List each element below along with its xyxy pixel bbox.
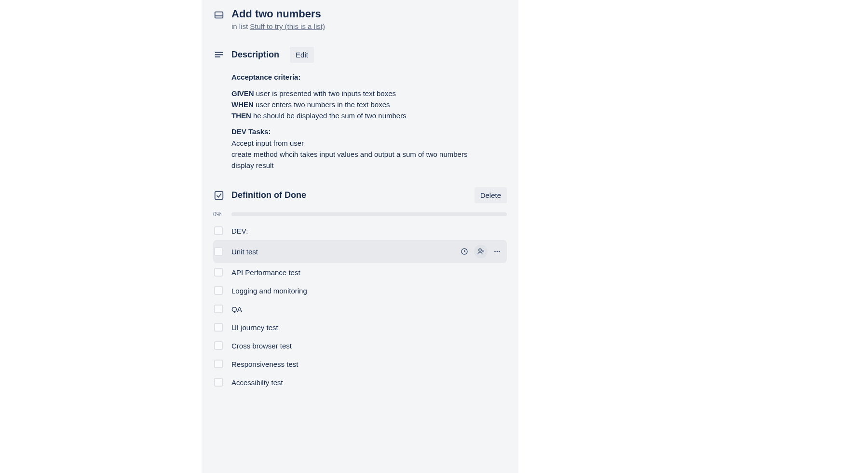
- checklist-heading: Definition of Done: [231, 190, 306, 200]
- progress-percent: 0%: [213, 211, 224, 218]
- description-heading: Description: [231, 50, 279, 60]
- checklist-item[interactable]: QA: [213, 300, 507, 318]
- checklist-item-label[interactable]: DEV:: [231, 227, 504, 235]
- progress-bar: [231, 212, 507, 216]
- checklist-checkbox[interactable]: [214, 268, 223, 277]
- svg-rect-4: [215, 56, 220, 57]
- checklist-header: Definition of Done Delete: [213, 187, 507, 203]
- svg-rect-5: [215, 192, 223, 200]
- card-icon: [213, 8, 225, 20]
- acceptance-criteria-text: GIVEN user is presented with two inputs …: [231, 88, 507, 122]
- checklist-checkbox[interactable]: [214, 360, 223, 368]
- in-list-row: in list Stuff to try (this is a list): [231, 22, 325, 30]
- checkbox-icon: [213, 190, 225, 201]
- checklist-checkbox[interactable]: [214, 286, 223, 295]
- checklist-item[interactable]: Responsiveness test: [213, 355, 507, 373]
- delete-checklist-button[interactable]: Delete: [475, 187, 507, 203]
- checklist-item-label[interactable]: Logging and monitoring: [231, 287, 504, 295]
- description-header: Description Edit: [213, 47, 507, 63]
- checklist-item[interactable]: Accessibilty test: [213, 373, 507, 391]
- acceptance-criteria-label: Acceptance criteria:: [231, 73, 300, 81]
- svg-point-7: [479, 249, 481, 251]
- card-panel: Add two numbers in list Stuff to try (th…: [202, 0, 518, 473]
- checklist-checkbox[interactable]: [214, 247, 223, 256]
- checklist-item[interactable]: Logging and monitoring: [213, 281, 507, 300]
- svg-rect-3: [215, 54, 223, 55]
- card-title[interactable]: Add two numbers: [231, 8, 325, 20]
- checklist-item[interactable]: UI journey test: [213, 318, 507, 336]
- checklist-item[interactable]: Unit test: [213, 240, 507, 263]
- svg-rect-2: [215, 52, 223, 53]
- checklist-checkbox[interactable]: [214, 226, 223, 235]
- in-list-prefix: in list: [231, 22, 250, 30]
- checklist-item-label[interactable]: Cross browser test: [231, 342, 504, 350]
- checklist-progress: 0%: [213, 211, 507, 218]
- due-date-button[interactable]: [458, 245, 471, 258]
- edit-description-button[interactable]: Edit: [290, 47, 314, 63]
- checklist-checkbox[interactable]: [214, 378, 223, 387]
- card-header: Add two numbers in list Stuff to try (th…: [213, 6, 507, 30]
- list-name-link[interactable]: Stuff to try (this is a list): [250, 22, 325, 30]
- assign-person-icon: [476, 247, 485, 256]
- checklist-item-label[interactable]: Responsiveness test: [231, 360, 504, 368]
- checklist-checkbox[interactable]: [214, 323, 223, 332]
- checklist-item-label[interactable]: Accessibilty test: [231, 378, 504, 387]
- description-body[interactable]: Acceptance criteria: GIVEN user is prese…: [231, 71, 507, 171]
- more-options-button[interactable]: [490, 245, 504, 258]
- checklist-item[interactable]: API Performance test: [213, 263, 507, 281]
- checklist-item-label[interactable]: API Performance test: [231, 268, 504, 277]
- checklist-checkbox[interactable]: [214, 305, 223, 313]
- description-section: Description Edit Acceptance criteria: GI…: [213, 47, 507, 171]
- more-horizontal-icon: [493, 247, 502, 256]
- checklist-item-label[interactable]: Unit test: [231, 248, 449, 256]
- dev-tasks-text: DEV Tasks: Accept input from user create…: [231, 126, 507, 171]
- checklist-section: Definition of Done Delete 0% DEV:Unit te…: [213, 187, 507, 391]
- svg-rect-0: [215, 12, 223, 18]
- svg-point-12: [499, 251, 500, 252]
- svg-point-11: [497, 251, 498, 252]
- checklist-item[interactable]: DEV:: [213, 222, 507, 240]
- clock-icon: [460, 247, 469, 256]
- checklist-checkbox[interactable]: [214, 341, 223, 350]
- checklist-item-label[interactable]: UI journey test: [231, 323, 504, 332]
- checklist-items: DEV:Unit testAPI Performance testLogging…: [213, 222, 507, 391]
- description-lines-icon: [213, 50, 225, 60]
- svg-point-10: [494, 251, 496, 252]
- checklist-item-actions: [458, 245, 504, 258]
- checklist-item-label[interactable]: QA: [231, 305, 504, 313]
- checklist-item[interactable]: Cross browser test: [213, 336, 507, 355]
- assign-member-button[interactable]: [474, 245, 488, 258]
